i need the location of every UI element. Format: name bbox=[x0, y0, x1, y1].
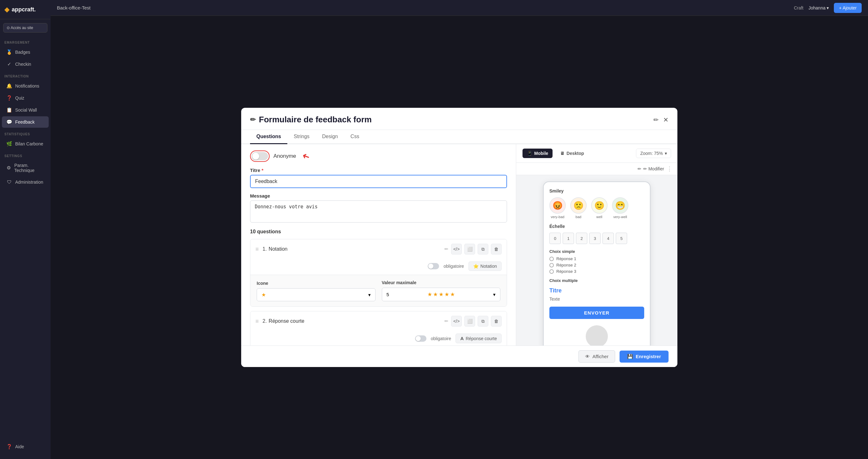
question-2-delete-btn[interactable]: 🗑 bbox=[491, 316, 502, 327]
tab-design[interactable]: Design bbox=[316, 130, 344, 144]
chevron-down-icon: ▾ bbox=[368, 292, 371, 298]
echelle-2[interactable]: 2 bbox=[576, 233, 587, 244]
sidebar-item-social-wall[interactable]: 📋 Social Wall bbox=[2, 104, 49, 116]
titre-link[interactable]: Titre bbox=[549, 287, 644, 294]
question-1-code-btn[interactable]: </> bbox=[451, 244, 462, 254]
sidebar-item-label: Aide bbox=[15, 444, 24, 449]
notation-star-icon: ⭐ bbox=[473, 264, 478, 269]
modifier-button[interactable]: ✏ ✏ Modifier bbox=[638, 166, 664, 171]
echelle-0[interactable]: 0 bbox=[549, 233, 561, 244]
sidebar-item-checkin[interactable]: ✓ Checkin bbox=[2, 59, 49, 70]
section-label-settings: SETTINGS bbox=[0, 150, 51, 160]
zoom-control[interactable]: Zoom: 75% ▾ bbox=[636, 149, 671, 158]
preview-smiley-title: Smiley bbox=[549, 188, 644, 193]
sidebar-item-feedback[interactable]: 💬 Feedback bbox=[2, 116, 49, 128]
question-card-2: ≡ 2. Réponse courte ✏ </> ⬜ ⧉ 🗑 bbox=[250, 311, 507, 345]
anonyme-toggle-wrapper bbox=[250, 150, 270, 162]
icone-select[interactable]: ★ ▾ bbox=[257, 288, 375, 301]
modal-close-button[interactable]: ✕ bbox=[663, 116, 669, 124]
question-1-edit-icon[interactable]: ✏ bbox=[444, 246, 448, 252]
question-1-number: 1. bbox=[263, 246, 267, 252]
valeur-max-select[interactable]: 5 ★ ★ ★ ★ ★ ▾ bbox=[382, 288, 501, 301]
enregistrer-button[interactable]: 💾 Enregistrer bbox=[620, 350, 669, 363]
add-button[interactable]: + Ajouter bbox=[834, 3, 862, 13]
tab-questions[interactable]: Questions bbox=[250, 130, 287, 144]
right-panel: 📱 Mobile 🖥 Desktop Zoom: 75% ▾ ✏ bbox=[516, 144, 677, 345]
radio-circle-1[interactable] bbox=[549, 257, 554, 261]
question-2-edit-icon[interactable]: ✏ bbox=[444, 318, 448, 324]
afficher-button[interactable]: 👁 Afficher bbox=[579, 350, 615, 363]
phone-preview-area: Smiley 😡 very-bad 🙁 bad 🙂 bbox=[516, 175, 677, 345]
sidebar-item-badges[interactable]: 🏅 Badges bbox=[2, 47, 49, 58]
titre-input[interactable] bbox=[250, 175, 507, 188]
sidebar-item-label: Checkin bbox=[15, 62, 31, 67]
drag-handle-2[interactable]: ≡ bbox=[255, 318, 259, 325]
smiley-circle-very-well: 😁 bbox=[612, 197, 628, 214]
envoyer-button[interactable]: ENVOYER bbox=[549, 307, 644, 319]
chevron-down-icon-2: ▾ bbox=[493, 292, 496, 298]
question-1-duplicate-btn[interactable]: ⧉ bbox=[477, 244, 488, 254]
save-icon: 💾 bbox=[627, 354, 633, 360]
drag-handle-1[interactable]: ≡ bbox=[255, 246, 259, 252]
question-2-duplicate-btn[interactable]: ⧉ bbox=[477, 316, 488, 327]
sidebar-logo: ◆ appcraft. bbox=[0, 0, 51, 19]
notifications-icon: 🔔 bbox=[6, 83, 12, 89]
arrow-annotation: ➜ bbox=[301, 150, 311, 162]
anonyme-row: Anonyme ➜ bbox=[250, 150, 507, 162]
valeur-max-value: 5 bbox=[386, 292, 389, 297]
desktop-icon: 🖥 bbox=[560, 151, 564, 156]
sidebar-item-aide[interactable]: ❓ Aide bbox=[2, 441, 49, 452]
echelle-3[interactable]: 3 bbox=[589, 233, 600, 244]
modifier-menu-icon[interactable]: ⋮ bbox=[666, 165, 672, 172]
phone-frame: Smiley 😡 very-bad 🙁 bad 🙂 bbox=[543, 181, 651, 345]
modal-header-actions: ✏ ✕ bbox=[653, 116, 669, 129]
sidebar-item-param-technique[interactable]: ⚙ Param. Technique bbox=[2, 160, 49, 176]
icone-label: Icone bbox=[257, 281, 375, 286]
choix-simple-section: Choix simple Réponse 1 Réponse 2 bbox=[549, 249, 644, 274]
radio-circle-2[interactable] bbox=[549, 263, 554, 268]
anonyme-toggle[interactable] bbox=[252, 152, 268, 160]
question-1-copy-btn[interactable]: ⬜ bbox=[464, 244, 475, 254]
echelle-5[interactable]: 5 bbox=[616, 233, 627, 244]
sidebar-item-label: Param. Technique bbox=[14, 163, 44, 173]
zoom-label: Zoom: 75% bbox=[640, 151, 663, 156]
sidebar-item-label: Administration bbox=[15, 180, 43, 185]
topbar-title: Back-office-Test bbox=[57, 5, 90, 10]
question-1-delete-btn[interactable]: 🗑 bbox=[491, 244, 502, 254]
radio-label-3: Réponse 3 bbox=[556, 269, 576, 274]
sidebar-bottom: ❓ Aide bbox=[0, 441, 51, 459]
question-2-copy-btn[interactable]: ⬜ bbox=[464, 316, 475, 327]
question-1-obligatoire-toggle[interactable] bbox=[428, 263, 439, 269]
echelle-4[interactable]: 4 bbox=[602, 233, 614, 244]
modal-edit-icon-button[interactable]: ✏ bbox=[653, 116, 659, 124]
question-1-footer: obligatoire ⭐ Notation bbox=[250, 259, 507, 275]
sidebar-item-quiz[interactable]: ❓ Quiz bbox=[2, 92, 49, 104]
smiley-row: 😡 very-bad 🙁 bad 🙂 well bbox=[549, 197, 644, 219]
sidebar-item-notifications[interactable]: 🔔 Notifications bbox=[2, 80, 49, 92]
question-2-code-btn[interactable]: </> bbox=[451, 316, 462, 327]
preview-tab-mobile[interactable]: 📱 Mobile bbox=[523, 149, 553, 158]
topbar-brand: Craft bbox=[794, 5, 803, 10]
question-2-actions: </> ⬜ ⧉ 🗑 bbox=[451, 316, 502, 327]
question-2-footer: obligatoire A Réponse courte bbox=[250, 331, 507, 345]
sidebar-item-administration[interactable]: 🛡 Administration bbox=[2, 176, 49, 187]
modifier-edit-icon: ✏ bbox=[638, 166, 641, 171]
logo-icon: ◆ bbox=[4, 6, 9, 13]
question-2-header: ≡ 2. Réponse courte ✏ </> ⬜ ⧉ 🗑 bbox=[250, 311, 507, 331]
sidebar-item-bilan-carbone[interactable]: 🌿 Bilan Carbone bbox=[2, 138, 49, 150]
preview-tab-desktop[interactable]: 🖥 Desktop bbox=[556, 149, 588, 158]
tab-css[interactable]: Css bbox=[344, 130, 366, 144]
radio-circle-3[interactable] bbox=[549, 269, 554, 274]
icone-star-icon: ★ bbox=[261, 292, 266, 298]
logo-text: appcraft. bbox=[12, 6, 36, 13]
message-textarea[interactable]: Donnez-nous votre avis bbox=[250, 201, 507, 222]
tab-strings[interactable]: Strings bbox=[287, 130, 316, 144]
question-2-type-badge[interactable]: A Réponse courte bbox=[456, 334, 502, 343]
topbar-user[interactable]: Johanna ▾ bbox=[809, 5, 829, 10]
question-2-obligatoire-toggle[interactable] bbox=[415, 335, 426, 342]
anonyme-label: Anonyme bbox=[273, 153, 296, 159]
access-site-button[interactable]: ⊙ Accès au site bbox=[3, 23, 48, 33]
question-1-type-badge[interactable]: ⭐ Notation bbox=[468, 262, 502, 271]
echelle-1[interactable]: 1 bbox=[563, 233, 574, 244]
question-1-obligatoire-label: obligatoire bbox=[443, 264, 464, 269]
